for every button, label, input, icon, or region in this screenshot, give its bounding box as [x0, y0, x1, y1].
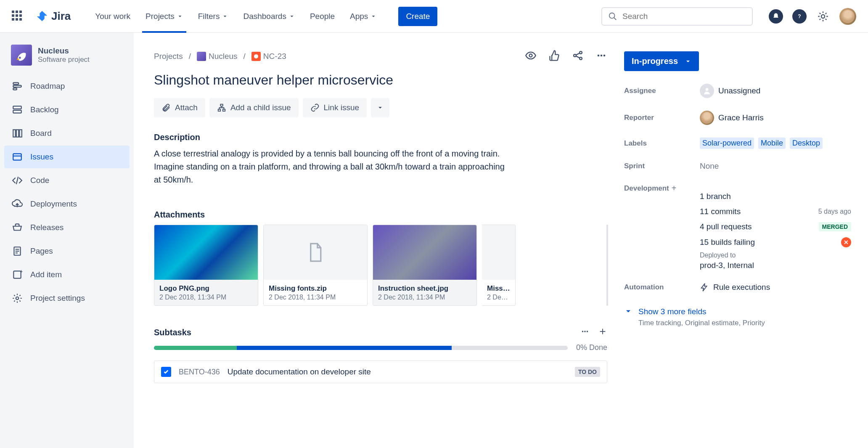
sidebar-item-backlog[interactable]: Backlog: [4, 98, 130, 121]
attachment-date: 2 Dec 2018, 11:34 PM: [378, 294, 471, 301]
attachment-card[interactable]: Instruction sheet.jpg2 Dec 2018, 11:34 P…: [373, 225, 477, 306]
label-lozenge[interactable]: Solar-powered: [700, 138, 754, 149]
breadcrumb-projects[interactable]: Projects: [154, 52, 183, 61]
dev-builds-text: 15 builds failing: [700, 238, 755, 247]
releases-icon: [12, 222, 23, 233]
add-subtask-icon[interactable]: [598, 327, 607, 338]
automation-value[interactable]: Rule executions: [700, 283, 770, 292]
build-fail-icon: ✕: [841, 237, 851, 247]
share-icon[interactable]: [572, 50, 584, 63]
more-actions-icon[interactable]: [595, 50, 607, 63]
svg-rect-5: [13, 85, 21, 87]
dev-builds[interactable]: 15 builds failing✕: [700, 237, 851, 247]
nav-dashboards[interactable]: Dashboards: [236, 0, 302, 32]
subtasks-more-icon[interactable]: [580, 327, 590, 338]
watch-icon[interactable]: [525, 50, 537, 63]
gear-icon: [12, 293, 23, 304]
scroll-indicator[interactable]: [606, 225, 608, 306]
subtask-row[interactable]: BENTO-436 Update documentation on develo…: [154, 361, 607, 383]
sidebar-label: Deployments: [30, 199, 77, 209]
svg-rect-8: [13, 110, 21, 113]
breadcrumb-separator: /: [189, 52, 191, 61]
nav-projects[interactable]: Projects: [138, 0, 191, 32]
show-more-fields[interactable]: Show 3 more fields: [638, 307, 765, 316]
link-issue-button[interactable]: Link issue: [303, 98, 367, 117]
deployed-environments[interactable]: prod-3, Internal: [700, 261, 851, 270]
sidebar-item-releases[interactable]: Releases: [4, 216, 130, 239]
vote-icon[interactable]: [548, 50, 560, 63]
svg-point-34: [584, 331, 586, 332]
toolbar-more-button[interactable]: [371, 98, 389, 117]
sidebar-item-add[interactable]: +Add item: [4, 263, 130, 286]
issue-title[interactable]: Slingshot maneuver helper microservice: [154, 72, 607, 88]
attachment-date: 2 Dec 20: [487, 294, 510, 301]
notifications-icon[interactable]: [769, 9, 783, 24]
dev-branch[interactable]: 1 branch: [700, 192, 851, 201]
create-button[interactable]: Create: [398, 7, 437, 26]
help-icon[interactable]: ?: [792, 9, 807, 24]
label-lozenge[interactable]: Desktop: [790, 138, 823, 149]
chevron-down-icon: [289, 13, 295, 19]
jira-logo[interactable]: Jira: [36, 10, 71, 23]
deployments-icon: [12, 199, 23, 209]
attachment-name: Logo PNG.png: [159, 284, 253, 293]
user-avatar[interactable]: [839, 8, 856, 25]
roadmap-icon: [12, 81, 23, 92]
chevron-down-icon: [685, 58, 691, 65]
labels-value[interactable]: Solar-powered Mobile Desktop: [700, 138, 823, 149]
svg-line-25: [576, 53, 580, 55]
svg-rect-12: [13, 154, 21, 160]
labels-label: Labels: [624, 139, 696, 148]
breadcrumb-issue[interactable]: NC-23: [251, 52, 286, 61]
assignee-value[interactable]: Unassigned: [700, 84, 760, 98]
status-dropdown[interactable]: In-progress: [624, 51, 699, 71]
chevron-down-icon[interactable]: [624, 307, 632, 315]
search-box[interactable]: [601, 7, 753, 26]
sprint-value[interactable]: None: [700, 162, 719, 171]
sidebar-item-roadmap[interactable]: Roadmap: [4, 75, 130, 98]
sidebar-item-pages[interactable]: Pages: [4, 240, 130, 262]
add-dev-icon[interactable]: +: [672, 183, 677, 193]
attachment-card[interactable]: Missing f2 Dec 20: [482, 225, 516, 306]
app-switcher-icon[interactable]: [12, 11, 24, 22]
nav-people[interactable]: People: [302, 0, 342, 32]
issue-type-icon: [251, 52, 261, 61]
sidebar-item-issues[interactable]: Issues: [4, 146, 130, 168]
unassigned-avatar-icon: [700, 84, 714, 98]
project-header[interactable]: Nucleus Software project: [4, 41, 130, 74]
svg-point-28: [601, 55, 603, 57]
attachment-name: Instruction sheet.jpg: [378, 284, 471, 293]
search-input[interactable]: [622, 11, 746, 21]
add-child-button[interactable]: Add a child issue: [209, 98, 299, 117]
attachment-card[interactable]: Missing fonts.zip2 Dec 2018, 11:34 PM: [263, 225, 368, 306]
sidebar-item-board[interactable]: Board: [4, 122, 130, 145]
sidebar-item-settings[interactable]: Project settings: [4, 287, 130, 310]
attachment-card[interactable]: Logo PNG.png2 Dec 2018, 11:34 PM: [154, 225, 258, 306]
nav-apps[interactable]: Apps: [342, 0, 384, 32]
description-heading: Description: [154, 133, 607, 142]
assignee-label: Assignee: [624, 87, 696, 95]
svg-rect-4: [13, 82, 19, 84]
settings-icon[interactable]: [816, 9, 830, 24]
svg-point-21: [529, 54, 532, 57]
breadcrumb-project[interactable]: Nucleus: [197, 52, 238, 61]
child-issue-icon: [217, 103, 226, 112]
nav-your-work[interactable]: Your work: [87, 0, 138, 32]
subtask-status[interactable]: TO DO: [575, 367, 600, 377]
svg-rect-9: [13, 130, 15, 137]
description-text[interactable]: A close terrestrial analogy is provided …: [154, 147, 511, 186]
sidebar-item-deployments[interactable]: Deployments: [4, 193, 130, 215]
reporter-value[interactable]: Grace Harris: [700, 111, 764, 125]
dev-pull-requests[interactable]: 4 pull requestsMERGED: [700, 222, 851, 231]
label-lozenge[interactable]: Mobile: [758, 138, 786, 149]
sidebar-item-code[interactable]: Code: [4, 169, 130, 192]
attach-button[interactable]: Attach: [154, 98, 205, 117]
subtask-key[interactable]: BENTO-436: [179, 368, 220, 376]
reporter-label: Reporter: [624, 114, 696, 122]
link-icon: [310, 103, 320, 112]
dev-commits[interactable]: 11 commits5 days ago: [700, 207, 851, 216]
nav-filters[interactable]: Filters: [191, 0, 236, 32]
dev-prs-text: 4 pull requests: [700, 222, 752, 231]
chevron-down-icon: [370, 13, 376, 19]
attachment-name: Missing fonts.zip: [269, 284, 362, 293]
